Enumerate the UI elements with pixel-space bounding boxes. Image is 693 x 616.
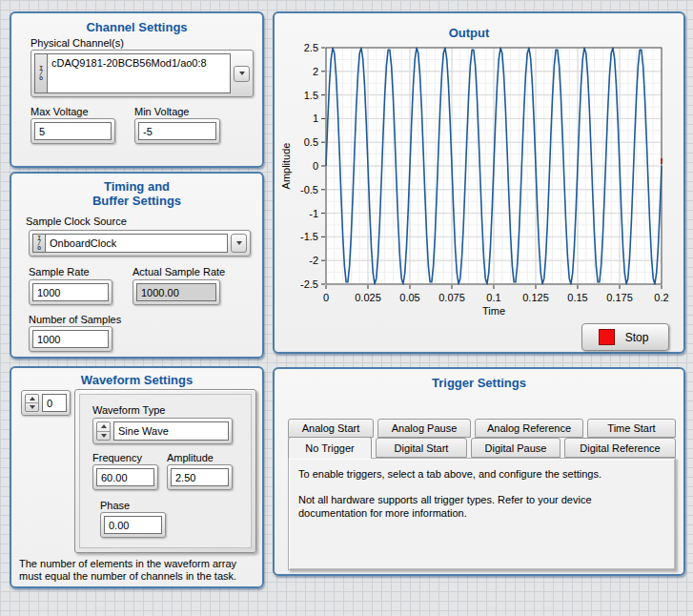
- tab-analog-start[interactable]: Analog Start: [288, 419, 374, 438]
- svg-text:2.5: 2.5: [304, 42, 318, 53]
- svg-text:0.5: 0.5: [304, 136, 318, 148]
- io-icon: I/o: [34, 53, 47, 93]
- number-of-samples-control: 1000: [29, 326, 112, 352]
- waveform-note: The number of elements in the waveform a…: [19, 558, 236, 583]
- waveform-type-ring[interactable]: Sine Wave: [113, 421, 229, 441]
- svg-text:-1: -1: [309, 208, 318, 219]
- svg-text:-1.5: -1.5: [300, 231, 318, 242]
- sample-rate-label: Sample Rate: [29, 266, 90, 277]
- stop-button-label: Stop: [615, 331, 668, 344]
- waveform-settings-panel: Waveform Settings 0 Waveform Type Sine W…: [10, 366, 264, 588]
- svg-text:0: 0: [323, 292, 329, 303]
- trigger-tab-content: To enable triggers, select a tab above, …: [288, 458, 676, 570]
- tab-time-start[interactable]: Time Start: [587, 419, 676, 438]
- channel-settings-title: Channel Settings: [11, 20, 262, 34]
- physical-channel-control: I/o cDAQ9181-20BCB56Mod1/ao0:8: [31, 50, 254, 97]
- increment-icon[interactable]: [26, 395, 38, 403]
- svg-text:0: 0: [313, 160, 318, 172]
- svg-text:-2.5: -2.5: [300, 278, 318, 290]
- phase-control: 0.00: [100, 512, 166, 538]
- timing-settings-panel: Timing and Buffer Settings Sample Clock …: [10, 172, 264, 359]
- waveform-array-index-stepper[interactable]: [25, 394, 39, 412]
- physical-channel-dropdown-button[interactable]: [234, 66, 250, 82]
- frequency-input[interactable]: 60.00: [96, 468, 154, 486]
- increment-icon[interactable]: [97, 422, 110, 432]
- max-voltage-label: Max Voltage: [31, 106, 89, 117]
- output-panel: Output 2.521.510.50-0.5-1-1.5-2-2.500.02…: [273, 11, 685, 354]
- svg-text:Time: Time: [482, 305, 505, 317]
- tab-digital-pause[interactable]: Digital Pause: [471, 438, 561, 458]
- labview-front-panel: { "channel_settings": { "title": "Channe…: [0, 0, 693, 616]
- sample-clock-dropdown-button[interactable]: [231, 234, 247, 253]
- decrement-icon[interactable]: [26, 403, 38, 411]
- stop-led-icon: [599, 329, 615, 345]
- tab-digital-start[interactable]: Digital Start: [376, 438, 467, 458]
- waveform-cluster-inner: Waveform Type Sine Wave Frequency 60.00 …: [79, 394, 252, 548]
- waveform-array-index-input[interactable]: 0: [42, 394, 67, 412]
- waveform-cluster: Waveform Type Sine Wave Frequency 60.00 …: [74, 389, 256, 553]
- waveform-type-label: Waveform Type: [92, 404, 165, 416]
- phase-label: Phase: [100, 500, 130, 511]
- decrement-icon[interactable]: [97, 432, 110, 441]
- svg-text:0.15: 0.15: [567, 292, 587, 303]
- io-icon: I/o: [32, 234, 45, 253]
- waveform-settings-title: Waveform Settings: [11, 373, 262, 387]
- output-chart: 2.521.510.50-0.5-1-1.5-2-2.500.0250.050.…: [275, 13, 687, 320]
- svg-text:-2: -2: [309, 255, 318, 266]
- actual-sample-rate-indicator: 1000.00: [136, 283, 216, 301]
- svg-text:0.125: 0.125: [522, 292, 549, 303]
- svg-text:2: 2: [313, 66, 318, 77]
- max-voltage-input[interactable]: 5: [34, 122, 112, 140]
- channel-settings-panel: Channel Settings Physical Channel(s) I/o…: [10, 11, 264, 168]
- timing-settings-title: Timing and Buffer Settings: [11, 179, 262, 208]
- physical-channel-label: Physical Channel(s): [31, 37, 124, 49]
- sample-clock-source-input[interactable]: OnboardClock: [45, 234, 228, 253]
- tab-analog-pause[interactable]: Analog Pause: [377, 419, 471, 438]
- svg-text:1.5: 1.5: [304, 90, 318, 101]
- frequency-label: Frequency: [92, 452, 142, 463]
- waveform-array-index-control: 0: [21, 390, 71, 416]
- min-voltage-input[interactable]: -5: [138, 122, 216, 140]
- svg-text:-0.5: -0.5: [300, 184, 318, 195]
- svg-text:Amplitude: Amplitude: [280, 143, 292, 190]
- chevron-down-icon: [239, 72, 245, 75]
- trigger-settings-panel: Trigger Settings Analog Start Analog Pau…: [273, 367, 685, 576]
- svg-text:1: 1: [313, 113, 318, 124]
- sample-rate-input[interactable]: 1000: [32, 283, 109, 301]
- number-of-samples-input[interactable]: 1000: [32, 330, 109, 348]
- svg-text:0.175: 0.175: [606, 292, 633, 303]
- frequency-control: 60.00: [92, 464, 158, 490]
- svg-text:0.05: 0.05: [399, 292, 419, 303]
- svg-text:0.075: 0.075: [438, 292, 465, 303]
- amplitude-label: Amplitude: [167, 452, 214, 463]
- amplitude-control: 2.50: [167, 464, 233, 490]
- waveform-type-control: Sine Wave: [92, 418, 233, 444]
- max-voltage-control: 5: [31, 118, 115, 144]
- waveform-type-stepper[interactable]: [96, 421, 111, 441]
- actual-sample-rate-label: Actual Sample Rate: [132, 266, 225, 277]
- trigger-help-text-2: Not all hardware supports all trigger ty…: [298, 494, 592, 520]
- physical-channel-input[interactable]: cDAQ9181-20BCB56Mod1/ao0:8: [47, 53, 231, 93]
- phase-input[interactable]: 0.00: [104, 516, 162, 534]
- actual-sample-rate-control: 1000.00: [132, 279, 220, 305]
- sample-clock-control: I/o OnboardClock: [29, 230, 251, 257]
- svg-text:0.1: 0.1: [486, 292, 500, 303]
- trigger-help-text-1: To enable triggers, select a tab above, …: [298, 468, 601, 482]
- svg-text:0.2: 0.2: [654, 292, 668, 303]
- min-voltage-control: -5: [134, 118, 220, 144]
- sample-clock-label: Sample Clock Source: [26, 216, 127, 227]
- trigger-settings-title: Trigger Settings: [275, 376, 683, 390]
- sample-rate-control: 1000: [29, 279, 112, 305]
- stop-button[interactable]: Stop: [581, 323, 669, 351]
- chevron-down-icon: [236, 241, 242, 245]
- tab-no-trigger[interactable]: No Trigger: [288, 437, 372, 459]
- min-voltage-label: Min Voltage: [134, 106, 189, 117]
- number-of-samples-label: Number of Samples: [29, 314, 121, 325]
- tab-analog-reference[interactable]: Analog Reference: [475, 419, 583, 438]
- amplitude-input[interactable]: 2.50: [171, 468, 229, 486]
- svg-text:0.025: 0.025: [355, 292, 381, 303]
- tab-digital-reference[interactable]: Digital Reference: [564, 438, 676, 458]
